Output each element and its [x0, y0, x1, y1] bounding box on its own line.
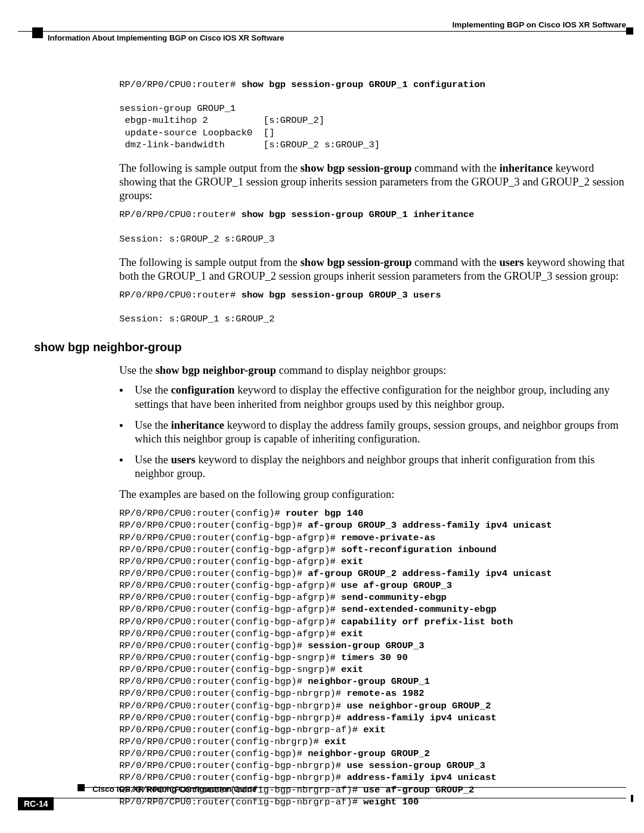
cli-prompt: RP/0/RP0/CPU0:router(config-bgp-afgrp)# — [119, 628, 341, 639]
cli-command: address-family ipv4 unicast — [346, 713, 496, 723]
inline-command: show bgp session-group — [301, 162, 412, 174]
cli-command: af-group GROUP_2 address-family ipv4 uni… — [308, 568, 552, 579]
cli-command: use neighbor-group GROUP_2 — [346, 701, 491, 711]
paragraph: The following is sample output from the … — [119, 162, 626, 203]
cli-block-2: RP/0/RP0/CPU0:router# show bgp session-g… — [119, 209, 626, 244]
cli-command: exit — [341, 664, 363, 675]
cli-command: show bgp session-group GROUP_3 users — [242, 290, 441, 301]
cli-prompt: RP/0/RP0/CPU0:router(config-bgp)# — [119, 520, 308, 531]
cli-command: remote-as 1982 — [346, 688, 424, 699]
cli-prompt: RP/0/RP0/CPU0:router(config-bgp)# — [119, 676, 308, 687]
inline-command: show bgp session-group — [301, 256, 412, 268]
document-page: Implementing BGP on Cisco IOS XR Softwar… — [0, 0, 644, 833]
footer-right-mark — [631, 795, 633, 802]
cli-command: neighbor-group GROUP_2 — [308, 748, 430, 759]
header-doc-title: Implementing BGP on Cisco IOS XR Softwar… — [452, 20, 626, 29]
cli-output: Session: s:GROUP_1 s:GROUP_2 — [119, 314, 274, 324]
cli-command: use session-group GROUP_3 — [346, 760, 485, 771]
cli-command: show bgp session-group GROUP_1 inheritan… — [242, 209, 475, 220]
list-item: •Use the users keyword to display the ne… — [119, 453, 626, 481]
cli-prompt: RP/0/RP0/CPU0:router# — [119, 79, 242, 90]
cli-command: remove-private-as — [341, 532, 435, 543]
inline-keyword: users — [499, 256, 524, 268]
section-body: Use the show bgp neighbor-group command … — [119, 364, 626, 808]
cli-block-1: RP/0/RP0/CPU0:router# show bgp session-g… — [119, 79, 626, 151]
cli-prompt: RP/0/RP0/CPU0:router(config-bgp)# — [119, 640, 308, 651]
cli-command: use af-group GROUP_2 — [363, 785, 474, 795]
cli-prompt: RP/0/RP0/CPU0:router(config-bgp-nbrgrp-a… — [119, 724, 363, 735]
cli-prompt: RP/0/RP0/CPU0:router(config-bgp-nbrgrp)# — [119, 701, 346, 711]
cli-command: timers 30 90 — [341, 652, 408, 663]
cli-prompt: RP/0/RP0/CPU0:router(config-bgp-afgrp)# — [119, 604, 341, 615]
cli-prompt: RP/0/RP0/CPU0:router(config-bgp-nbrgrp)# — [119, 713, 346, 723]
inline-keyword: inheritance — [499, 162, 552, 174]
cli-command: exit — [363, 724, 385, 735]
cli-command: exit — [341, 628, 363, 639]
page-header: Implementing BGP on Cisco IOS XR Softwar… — [0, 0, 644, 43]
cli-prompt: RP/0/RP0/CPU0:router(config-bgp-nbrgrp)# — [119, 772, 346, 783]
cli-prompt: RP/0/RP0/CPU0:router(config-bgp-afgrp)# — [119, 617, 341, 627]
list-item: •Use the configuration keyword to displa… — [119, 383, 626, 411]
config-block: RP/0/RP0/CPU0:router(config)# router bgp… — [119, 507, 626, 808]
bullet-list: •Use the configuration keyword to displa… — [119, 383, 626, 481]
cli-prompt: RP/0/RP0/CPU0:router(config-bgp)# — [119, 748, 308, 759]
footer-guide-title: Cisco IOS XR Routing Configuration Guide — [92, 785, 256, 794]
cli-prompt: RP/0/RP0/CPU0:router(config-bgp-afgrp)# — [119, 592, 341, 603]
cli-prompt: RP/0/RP0/CPU0:router# — [119, 290, 242, 301]
paragraph: The following is sample output from the … — [119, 256, 626, 283]
cli-block-3: RP/0/RP0/CPU0:router# show bgp session-g… — [119, 289, 626, 325]
cli-command: router bgp 140 — [286, 508, 363, 519]
page-body: RP/0/RP0/CPU0:router# show bgp session-g… — [119, 43, 626, 325]
cli-prompt: RP/0/RP0/CPU0:router(config-bgp-afgrp)# — [119, 580, 341, 591]
inline-keyword: configuration — [171, 384, 235, 396]
cli-prompt: RP/0/RP0/CPU0:router(config-bgp-nbrgrp)# — [119, 688, 346, 699]
cli-output: Session: s:GROUP_2 s:GROUP_3 — [119, 234, 274, 244]
footer-glyph — [78, 784, 85, 791]
cli-command: capability orf prefix-list both — [341, 617, 513, 627]
header-section-glyph — [32, 27, 43, 38]
cli-prompt: RP/0/RP0/CPU0:router(config-bgp-sngrp)# — [119, 664, 341, 675]
cli-command: exit — [324, 736, 346, 747]
paragraph: The examples are based on the following … — [119, 488, 626, 501]
cli-output: session-group GROUP_1 ebgp-multihop 2 [s… — [119, 103, 380, 150]
cli-prompt: RP/0/RP0/CPU0:router(config-bgp-sngrp)# — [119, 652, 341, 663]
paragraph: Use the show bgp neighbor-group command … — [119, 364, 626, 377]
inline-keyword: inheritance — [171, 419, 224, 431]
section-heading: show bgp neighbor-group — [34, 340, 626, 354]
list-item: •Use the inheritance keyword to display … — [119, 419, 626, 446]
inline-command: show bgp neighbor-group — [156, 364, 277, 376]
cli-prompt: RP/0/RP0/CPU0:router(config-bgp-afgrp)# — [119, 544, 341, 555]
cli-prompt: RP/0/RP0/CPU0:router(config-bgp-afgrp)# — [119, 532, 341, 543]
cli-command: neighbor-group GROUP_1 — [308, 676, 430, 687]
cli-prompt: RP/0/RP0/CPU0:router(config-bgp-nbrgrp)# — [119, 760, 346, 771]
cli-command: use af-group GROUP_3 — [341, 580, 452, 591]
cli-command: soft-reconfiguration inbound — [341, 544, 496, 555]
bullet-glyph: • — [119, 453, 135, 481]
inline-keyword: users — [171, 454, 196, 466]
cli-prompt: RP/0/RP0/CPU0:router(config-nbrgrp)# — [119, 736, 324, 747]
cli-command: send-extended-community-ebgp — [341, 604, 496, 615]
cli-command: address-family ipv4 unicast — [346, 772, 496, 783]
cli-command: exit — [341, 556, 363, 567]
cli-command: send-community-ebgp — [341, 592, 447, 603]
cli-prompt: RP/0/RP0/CPU0:router(config-bgp-afgrp)# — [119, 556, 341, 567]
bullet-glyph: • — [119, 419, 135, 446]
cli-command: show bgp session-group GROUP_1 configura… — [242, 79, 485, 90]
cli-command: session-group GROUP_3 — [308, 640, 424, 651]
cli-prompt: RP/0/RP0/CPU0:router(config)# — [119, 508, 286, 519]
cli-command: af-group GROUP_3 address-family ipv4 uni… — [308, 520, 552, 531]
cli-prompt: RP/0/RP0/CPU0:router# — [119, 209, 242, 220]
footer-rule-bottom — [18, 798, 626, 798]
header-section-title: Information About Implementing BGP on Ci… — [48, 33, 284, 42]
cli-prompt: RP/0/RP0/CPU0:router(config-bgp)# — [119, 568, 308, 579]
bullet-glyph: • — [119, 383, 135, 411]
header-rule — [18, 31, 633, 32]
page-number: RC-14 — [18, 797, 54, 810]
